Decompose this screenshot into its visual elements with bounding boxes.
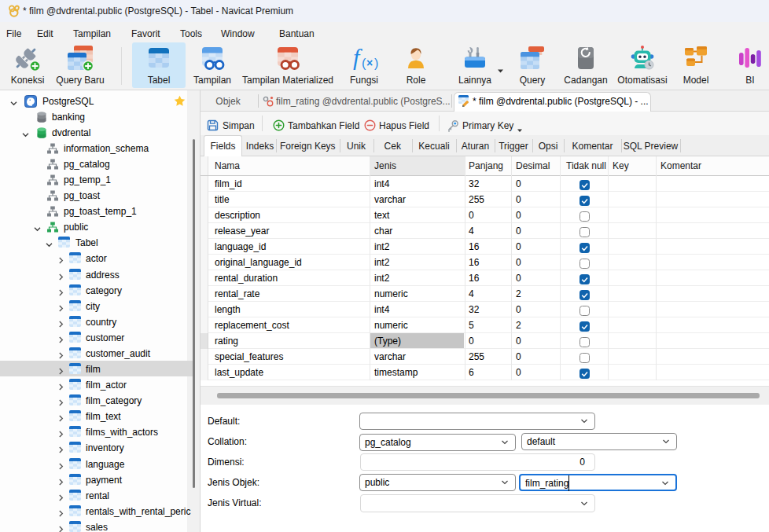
svg-text:): ) xyxy=(374,57,378,70)
svg-text:×: × xyxy=(366,57,373,69)
